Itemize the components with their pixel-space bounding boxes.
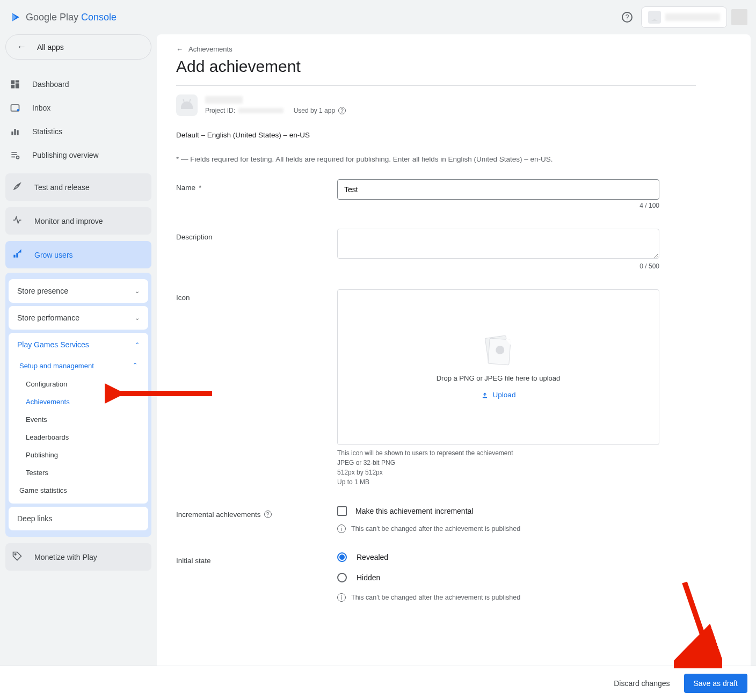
required-star: *	[199, 184, 201, 192]
sidebar-card-store-presence[interactable]: Store presence ⌄	[9, 279, 148, 303]
all-apps-label: All apps	[37, 43, 64, 52]
incremental-label: Incremental achievements	[176, 511, 261, 519]
svg-point-9	[17, 156, 19, 159]
app-selector[interactable]	[641, 6, 727, 28]
sidebar-subgroup-setup-management[interactable]: Setup and management ⌃	[9, 356, 148, 375]
project-name-redacted	[205, 96, 243, 104]
app-name-redacted	[665, 13, 720, 21]
svg-rect-3	[11, 85, 15, 89]
svg-rect-11	[13, 255, 15, 258]
description-input[interactable]	[337, 229, 659, 259]
sidebar-card-label: Deep links	[17, 514, 52, 523]
monitor-icon	[12, 215, 23, 227]
sidebar-item-configuration[interactable]: Configuration	[9, 375, 148, 393]
svg-rect-12	[16, 253, 18, 257]
sidebar-card-deep-links[interactable]: Deep links	[9, 507, 148, 530]
sidebar-group-label: Monitor and improve	[34, 217, 103, 225]
breadcrumb-label: Achievements	[188, 45, 232, 53]
info-text: This can't be changed after the achievem…	[351, 525, 520, 533]
name-char-count: 4 / 100	[337, 202, 659, 209]
sidebar-group-monetize[interactable]: Monetize with Play	[5, 543, 151, 571]
tag-icon	[12, 551, 23, 563]
sidebar-item-events[interactable]: Events	[9, 411, 148, 428]
sidebar-card-label: Store performance	[17, 313, 79, 322]
sidebar-group-label: Grow users	[34, 251, 73, 259]
icon-help-line: JPEG or 32-bit PNG	[337, 458, 659, 468]
radio-revealed[interactable]	[337, 552, 347, 562]
initial-state-label: Initial state	[176, 557, 211, 565]
svg-point-10	[17, 185, 19, 186]
sidebar-item-label: Dashboard	[32, 80, 69, 89]
arrow-left-icon: ←	[17, 41, 26, 53]
sidebar-card-label: Play Games Services	[17, 340, 89, 349]
svg-point-13	[14, 553, 16, 555]
incremental-checkbox[interactable]	[337, 506, 347, 516]
svg-rect-6	[11, 132, 13, 135]
sidebar-item-achievements[interactable]: Achievements	[9, 393, 148, 411]
project-icon	[176, 94, 198, 116]
svg-rect-2	[16, 83, 19, 88]
incremental-checkbox-label: Make this achievement incremental	[355, 507, 473, 515]
statistics-icon	[10, 126, 20, 137]
radio-revealed-label: Revealed	[357, 553, 388, 562]
sidebar-group-monitor-improve[interactable]: Monitor and improve	[5, 207, 151, 235]
sidebar-item-game-statistics[interactable]: Game statistics	[9, 482, 148, 499]
sidebar-item-publishing[interactable]: Publishing	[9, 446, 148, 464]
sidebar-item-leaderboards[interactable]: Leaderboards	[9, 428, 148, 446]
sidebar-item-inbox[interactable]: Inbox	[5, 96, 151, 120]
help-icon[interactable]: ?	[264, 511, 272, 518]
dropzone-text: Drop a PNG or JPEG file here to upload	[437, 374, 561, 382]
info-text: This can't be changed after the achievem…	[351, 594, 520, 601]
icon-dropzone[interactable]: Drop a PNG or JPEG file here to upload U…	[337, 289, 659, 445]
grow-icon	[12, 249, 23, 261]
description-label: Description	[176, 233, 213, 241]
upload-icon	[481, 391, 489, 399]
discard-changes-button[interactable]: Discard changes	[606, 674, 677, 693]
upload-link-label: Upload	[493, 391, 516, 399]
user-avatar[interactable]	[731, 9, 747, 25]
svg-rect-7	[14, 129, 16, 135]
save-as-draft-button[interactable]: Save as draft	[684, 674, 748, 693]
sidebar-item-label: Publishing overview	[32, 151, 99, 159]
inbox-icon	[10, 103, 20, 113]
radio-hidden[interactable]	[337, 573, 347, 582]
file-stack-icon	[483, 336, 513, 366]
icon-help-line: Up to 1 MB	[337, 477, 659, 487]
chevron-up-icon: ⌃	[133, 362, 137, 370]
language-line: Default – English (United States) – en-U…	[176, 131, 696, 139]
sidebar-group-grow-users[interactable]: Grow users	[5, 241, 151, 268]
project-id-label: Project ID:	[205, 107, 235, 114]
logo[interactable]: Google Play Console	[9, 11, 117, 24]
required-fields-note: * — Fields required for testing. All fie…	[176, 155, 696, 163]
svg-rect-1	[16, 81, 19, 83]
sidebar-item-testers[interactable]: Testers	[9, 464, 148, 482]
project-id-redacted	[238, 108, 284, 113]
info-icon: i	[337, 593, 346, 602]
upload-link[interactable]: Upload	[481, 391, 516, 399]
icon-label: Icon	[176, 294, 190, 302]
breadcrumb-back[interactable]: ← Achievements	[176, 45, 696, 53]
name-label: Name	[176, 184, 195, 192]
name-input[interactable]	[337, 179, 659, 200]
svg-rect-0	[11, 81, 15, 84]
sidebar-card-store-performance[interactable]: Store performance ⌄	[9, 306, 148, 330]
all-apps-button[interactable]: ← All apps	[5, 34, 151, 60]
help-icon[interactable]: ?	[338, 107, 346, 114]
info-icon: i	[337, 524, 346, 533]
sidebar-card-play-games-services[interactable]: Play Games Services ⌃	[9, 333, 148, 356]
sidebar-card-label: Store presence	[17, 287, 68, 295]
arrow-left-icon: ←	[176, 45, 183, 53]
brand-text-blue: Console	[78, 12, 117, 23]
sidebar-item-publishing-overview[interactable]: Publishing overview	[5, 143, 151, 167]
sidebar-item-dashboard[interactable]: Dashboard	[5, 72, 151, 96]
help-icon[interactable]: ?	[622, 12, 633, 23]
sidebar-item-label: Statistics	[32, 127, 62, 136]
sidebar-item-label: Inbox	[32, 104, 50, 112]
svg-rect-8	[17, 130, 18, 135]
play-triangle-icon	[9, 11, 21, 24]
icon-help-line: 512px by 512px	[337, 468, 659, 477]
chevron-up-icon: ⌃	[135, 341, 140, 348]
svg-point-5	[17, 109, 19, 111]
sidebar-group-test-release[interactable]: Test and release	[5, 173, 151, 201]
sidebar-item-statistics[interactable]: Statistics	[5, 120, 151, 143]
